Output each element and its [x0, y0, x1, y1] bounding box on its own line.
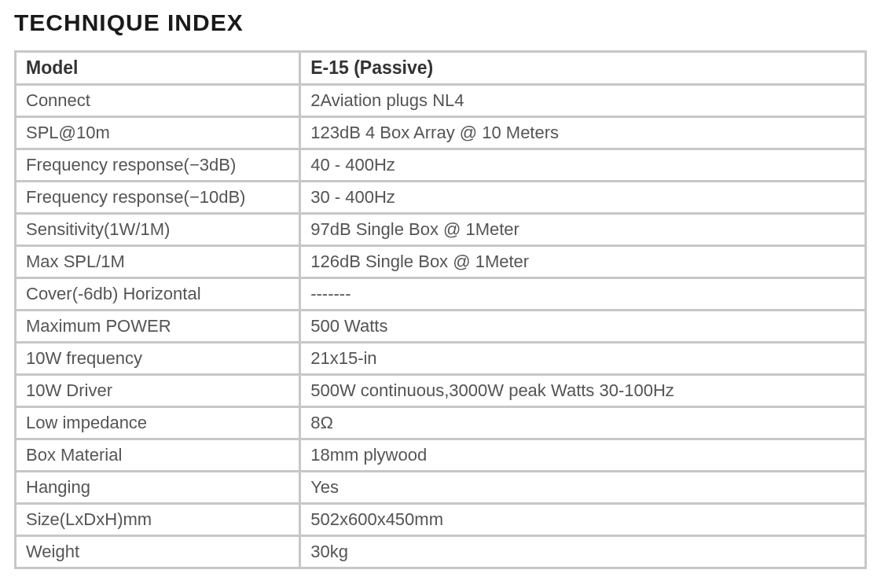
- page-title: TECHNIQUE INDEX: [14, 9, 867, 36]
- table-row: Connect2Aviation plugs NL4: [17, 86, 864, 116]
- table-row: Maximum POWER500 Watts: [17, 311, 864, 341]
- table-row: Frequency response(−10dB)30 - 400Hz: [17, 182, 864, 212]
- row-value: 18mm plywood: [301, 440, 864, 470]
- row-value: 126dB Single Box @ 1Meter: [301, 247, 864, 277]
- row-value: Yes: [301, 472, 864, 502]
- row-value: 123dB 4 Box Array @ 10 Meters: [301, 118, 864, 148]
- row-value: -------: [301, 279, 864, 309]
- row-value: 21x15-in: [301, 344, 864, 373]
- row-value: 2Aviation plugs NL4: [301, 86, 864, 116]
- table-row: Cover(-6db) Horizontal-------: [17, 279, 864, 309]
- row-label: 10W Driver: [17, 376, 299, 406]
- row-value: 8Ω: [301, 408, 864, 438]
- spec-table: Model E-15 (Passive) Connect2Aviation pl…: [14, 50, 867, 569]
- row-label: Hanging: [17, 472, 299, 502]
- row-label: Cover(-6db) Horizontal: [17, 279, 299, 309]
- table-row: Max SPL/1M126dB Single Box @ 1Meter: [17, 247, 864, 277]
- row-label: SPL@10m: [17, 118, 299, 148]
- table-row: 10W frequency21x15-in: [17, 344, 864, 373]
- table-row: Sensitivity(1W/1M)97dB Single Box @ 1Met…: [17, 215, 864, 244]
- table-row: Weight30kg: [17, 537, 864, 567]
- table-row: Low impedance8Ω: [17, 408, 864, 438]
- row-value: 97dB Single Box @ 1Meter: [301, 215, 864, 244]
- table-row: SPL@10m123dB 4 Box Array @ 10 Meters: [17, 118, 864, 148]
- table-row: HangingYes: [17, 472, 864, 502]
- table-row: Frequency response(−3dB)40 - 400Hz: [17, 150, 864, 180]
- row-value: 40 - 400Hz: [301, 150, 864, 180]
- row-label: 10W frequency: [17, 344, 299, 373]
- row-label: Max SPL/1M: [17, 247, 299, 277]
- spec-header-label: Model: [17, 53, 299, 83]
- spec-header-value: E-15 (Passive): [301, 53, 864, 83]
- table-row: Box Material18mm plywood: [17, 440, 864, 470]
- row-label: Sensitivity(1W/1M): [17, 215, 299, 244]
- row-value: 30 - 400Hz: [301, 182, 864, 212]
- row-label: Box Material: [17, 440, 299, 470]
- table-row: 10W Driver500W continuous,3000W peak Wat…: [17, 376, 864, 406]
- row-label: Size(LxDxH)mm: [17, 505, 299, 535]
- row-value: 500W continuous,3000W peak Watts 30-100H…: [301, 376, 864, 406]
- row-label: Maximum POWER: [17, 311, 299, 341]
- row-label: Connect: [17, 86, 299, 116]
- row-value: 500 Watts: [301, 311, 864, 341]
- row-label: Weight: [17, 537, 299, 567]
- row-label: Frequency response(−3dB): [17, 150, 299, 180]
- table-row: Size(LxDxH)mm502x600x450mm: [17, 505, 864, 535]
- row-value: 502x600x450mm: [301, 505, 864, 535]
- spec-header-row: Model E-15 (Passive): [17, 53, 864, 83]
- row-label: Low impedance: [17, 408, 299, 438]
- row-value: 30kg: [301, 537, 864, 567]
- spec-table-body: Model E-15 (Passive) Connect2Aviation pl…: [17, 53, 864, 567]
- row-label: Frequency response(−10dB): [17, 182, 299, 212]
